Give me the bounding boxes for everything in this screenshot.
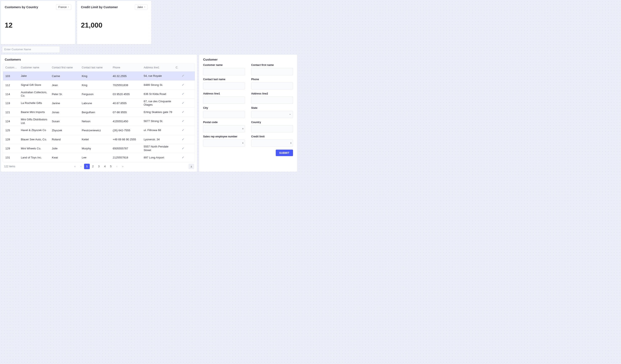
- cell-phone: 07-98 9555: [111, 111, 142, 114]
- cell-address1: 5557 North Pendale Street: [142, 144, 174, 153]
- select-state[interactable]: [251, 111, 293, 118]
- page-5[interactable]: 5: [108, 164, 114, 169]
- country-select[interactable]: France: [56, 4, 71, 10]
- cell-contact-last: King: [80, 75, 111, 78]
- page-4[interactable]: 4: [102, 164, 108, 169]
- stepper-icon: [291, 142, 291, 144]
- pencil-icon: [182, 102, 184, 104]
- table-row[interactable]: 125Havel & Zbyszek CoZbyszekPiestrzeniew…: [3, 126, 195, 135]
- pencil-icon: [182, 147, 184, 150]
- input-credit-limit[interactable]: [251, 140, 293, 147]
- download-button[interactable]: [189, 164, 194, 169]
- page-last[interactable]: »: [120, 164, 125, 169]
- cell-phone: 40.32.2555: [111, 75, 142, 78]
- cell-contact-first: Peter Sr.: [50, 93, 80, 96]
- col-extra[interactable]: C: [174, 66, 178, 69]
- edit-row-button[interactable]: [182, 84, 184, 86]
- cell-customer-name: Havel & Zbyszek Co: [19, 128, 50, 133]
- label-country: Country: [251, 121, 293, 124]
- col-customer-number[interactable]: Customer…: [3, 66, 19, 69]
- input-sales-rep[interactable]: [203, 140, 245, 147]
- cell-customer-name: Blauer See Auto, Co.: [19, 137, 50, 142]
- cell-customer-name: Land of Toys Inc.: [19, 155, 50, 160]
- cell-contact-last: Murphy: [80, 147, 111, 150]
- page-1[interactable]: 1: [84, 164, 89, 169]
- edit-row-button[interactable]: [182, 93, 184, 95]
- cell-phone: +49 69 66 90 2555: [111, 138, 142, 141]
- pencil-icon: [182, 111, 184, 113]
- page-first[interactable]: «: [72, 164, 78, 169]
- col-phone[interactable]: Phone: [111, 66, 142, 69]
- label-city: City: [203, 107, 245, 110]
- cell-customer-number: 125: [3, 129, 19, 132]
- cell-address1: 897 Long Airport: [142, 155, 174, 160]
- table-row[interactable]: 131Land of Toys Inc.KwaiLee2125557818897…: [3, 153, 195, 162]
- cell-contact-first: Janine: [50, 102, 80, 105]
- customer-form-title: Customer: [203, 58, 293, 64]
- edit-row-button[interactable]: [182, 102, 184, 105]
- cell-customer-name: La Rochelle Gifts: [19, 101, 50, 106]
- cell-address1: 8489 Strong St.: [142, 82, 174, 88]
- edit-row-button[interactable]: [182, 111, 184, 114]
- input-address1[interactable]: [203, 96, 245, 104]
- page-2[interactable]: 2: [90, 164, 96, 169]
- col-contact-first[interactable]: Contact first name: [50, 66, 80, 69]
- cell-address1: 54, rue Royale: [142, 73, 174, 79]
- cell-address1: 636 St Kilda Road: [142, 92, 174, 96]
- table-row[interactable]: 103JakeCarineKing40.32.255554, rue Royal…: [3, 71, 195, 80]
- input-city[interactable]: [203, 111, 245, 118]
- cell-phone: 2125557818: [111, 156, 142, 159]
- cell-customer-number: 119: [3, 102, 19, 105]
- cell-customer-name: Baane Mini Imports: [19, 110, 50, 115]
- input-contact-first-name[interactable]: [251, 68, 293, 75]
- download-icon: [190, 165, 192, 168]
- cell-address1: Erling Skakkes gate 78: [142, 110, 174, 115]
- credit-limit-by-customer-card: Credit Limit by Customer Jake 21,000: [77, 1, 152, 44]
- customer-name-search-input[interactable]: [2, 46, 60, 53]
- edit-row-button[interactable]: [182, 129, 184, 132]
- table-row[interactable]: 119La Rochelle GiftsJanineLabrune40.67.8…: [3, 98, 195, 108]
- table-row[interactable]: 112Signal Gift StoreJeanKing702555183884…: [3, 80, 195, 89]
- cell-contact-first: Kwai: [50, 156, 80, 159]
- cell-contact-first: Roland: [50, 138, 80, 141]
- customer-select[interactable]: Jake: [135, 4, 147, 10]
- customers-table-card: Customers Customer… Customer name Contac…: [1, 55, 197, 172]
- table-header: Customer… Customer name Contact first na…: [3, 64, 195, 71]
- input-contact-last-name[interactable]: [203, 82, 245, 89]
- customer-form-card: Customer Customer name Contact first nam…: [199, 55, 297, 172]
- table-row[interactable]: 128Blauer See Auto, Co.RolandKeitel+49 6…: [3, 135, 195, 144]
- input-postal-code[interactable]: [203, 125, 245, 132]
- cell-address1: Lyonerstr. 34: [142, 137, 174, 142]
- col-contact-last[interactable]: Contact last name: [80, 66, 111, 69]
- table-row[interactable]: 124Mini Gifts Distributors Ltd.SusanNels…: [3, 117, 195, 126]
- cell-contact-last: Ferguson: [80, 93, 111, 96]
- submit-button[interactable]: SUBMIT: [276, 150, 293, 156]
- edit-row-button[interactable]: [182, 138, 184, 141]
- pagination: «‹12345›»: [72, 164, 126, 169]
- input-address2[interactable]: [251, 96, 293, 104]
- col-address1[interactable]: Address line1: [142, 66, 174, 69]
- edit-row-button[interactable]: [182, 156, 184, 159]
- cell-address1: 5677 Strong St.: [142, 119, 174, 124]
- cell-contact-last: Labrune: [80, 102, 111, 105]
- cell-customer-number: 112: [3, 83, 19, 87]
- col-customer-name[interactable]: Customer name: [19, 66, 50, 69]
- table-row[interactable]: 129Mini Wheels Co.JulieMurphy65055557875…: [3, 144, 195, 153]
- cell-phone: 4155551450: [111, 120, 142, 123]
- page-next[interactable]: ›: [114, 164, 120, 169]
- cell-customer-number: 114: [3, 93, 19, 96]
- page-prev[interactable]: ‹: [78, 164, 84, 169]
- table-row[interactable]: 114Australian Collectors, Co.Peter Sr.Fe…: [3, 89, 195, 98]
- edit-row-button[interactable]: [182, 75, 184, 78]
- input-phone[interactable]: [251, 82, 293, 89]
- cell-address1: ul. Filtrowa 68: [142, 128, 174, 133]
- input-country[interactable]: [251, 125, 293, 132]
- cell-customer-name: Mini Wheels Co.: [19, 146, 50, 151]
- edit-row-button[interactable]: [182, 147, 184, 150]
- table-row[interactable]: 121Baane Mini ImportsJonasBergulfsen07-9…: [3, 108, 195, 117]
- edit-row-button[interactable]: [182, 120, 184, 123]
- stepper-icon: [242, 142, 243, 144]
- input-customer-name[interactable]: [203, 68, 245, 75]
- cell-customer-number: 131: [3, 156, 19, 159]
- page-3[interactable]: 3: [96, 164, 102, 169]
